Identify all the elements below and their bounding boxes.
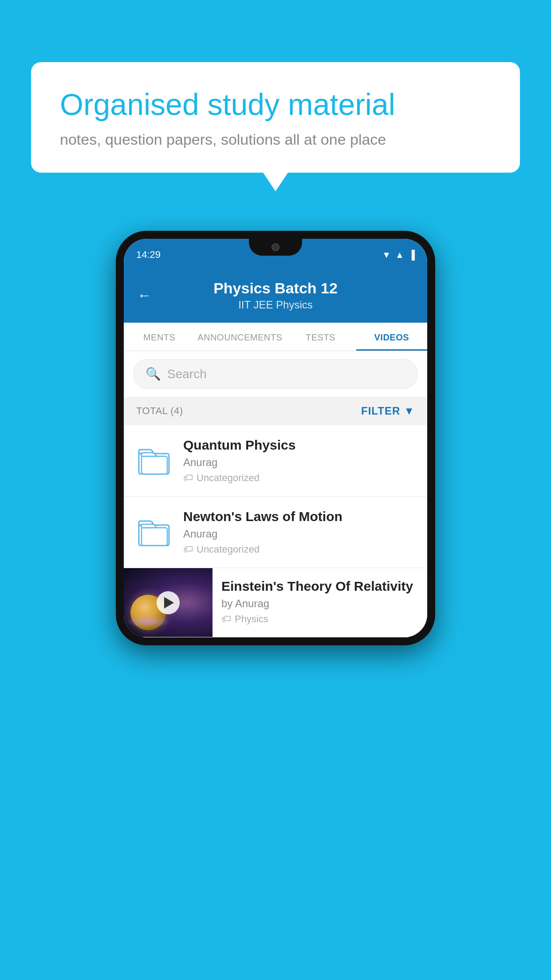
filter-label: FILTER [361,405,400,417]
batch-title: Physics Batch 12 [160,280,391,297]
speech-bubble-container: Organised study material notes, question… [31,62,520,173]
list-item[interactable]: Einstein's Theory Of Relativity by Anura… [124,568,427,637]
filter-icon: ▼ [404,405,415,417]
tab-announcements[interactable]: ANNOUNCEMENTS [195,323,285,351]
search-bar[interactable]: 🔍 Search [134,359,417,389]
list-item[interactable]: Newton's Laws of Motion Anurag 🏷 Uncateg… [124,497,427,568]
bubble-title: Organised study material [60,87,491,123]
header-title-area: Physics Batch 12 IIT JEE Physics [160,280,391,311]
tag-row-1: 🏷 Uncategorized [183,472,417,484]
tabs-bar: MENTS ANNOUNCEMENTS TESTS VIDEOS [124,323,427,351]
battery-icon: ▐ [409,250,415,260]
video-list: Quantum Physics Anurag 🏷 Uncategorized [124,425,427,637]
list-item[interactable]: Quantum Physics Anurag 🏷 Uncategorized [124,425,427,497]
search-container: 🔍 Search [124,351,427,397]
video-info-1: Quantum Physics Anurag 🏷 Uncategorized [183,438,417,484]
folder-icon-1 [138,447,170,475]
einstein-tag-label: Physics [235,613,268,625]
video-author-2: Anurag [183,528,417,540]
svg-rect-3 [142,528,167,545]
phone-frame: 14:29 ▼ ▲ ▐ ← Physics Batch 12 IIT JEE P… [116,231,435,645]
phone-notch [249,239,302,256]
play-button[interactable] [157,591,180,614]
svg-rect-1 [142,456,167,474]
einstein-author: by Anurag [221,597,418,610]
search-placeholder: Search [167,367,207,381]
app-header: ← Physics Batch 12 IIT JEE Physics [124,271,427,323]
video-info-2: Newton's Laws of Motion Anurag 🏷 Uncateg… [183,509,417,555]
tab-ments[interactable]: MENTS [124,323,195,351]
total-count: TOTAL (4) [136,405,183,417]
folder-thumbnail-1 [134,441,173,480]
video-title-1: Quantum Physics [183,438,417,453]
einstein-info: Einstein's Theory Of Relativity by Anura… [213,568,427,636]
filter-bar: TOTAL (4) FILTER ▼ [124,397,427,425]
tag-row-2: 🏷 Uncategorized [183,544,417,555]
status-time: 14:29 [136,249,161,261]
folder-thumbnail-2 [134,513,173,552]
back-button[interactable]: ← [137,287,151,304]
search-icon: 🔍 [146,367,161,381]
einstein-tag-icon: 🏷 [221,613,231,625]
batch-subtitle: IIT JEE Physics [160,299,391,311]
tag-label-2: Uncategorized [197,544,260,555]
einstein-tag-row: 🏷 Physics [221,613,418,625]
phone-body: 14:29 ▼ ▲ ▐ ← Physics Batch 12 IIT JEE P… [116,231,435,645]
bubble-subtitle: notes, question papers, solutions all at… [60,131,491,148]
wifi-icon: ▼ [382,250,391,260]
speech-bubble: Organised study material notes, question… [31,62,520,173]
tag-icon-2: 🏷 [183,544,193,555]
tag-icon-1: 🏷 [183,472,193,484]
phone-screen: 14:29 ▼ ▲ ▐ ← Physics Batch 12 IIT JEE P… [124,239,427,637]
tab-videos[interactable]: VIDEOS [356,323,427,351]
einstein-title: Einstein's Theory Of Relativity [221,579,418,594]
filter-button[interactable]: FILTER ▼ [361,405,415,417]
signal-icon: ▲ [395,250,404,260]
thumbnail-glow [126,615,170,628]
folder-icon-2 [138,518,170,547]
status-icons: ▼ ▲ ▐ [382,250,415,260]
tag-label-1: Uncategorized [197,472,260,484]
phone-camera [272,243,279,251]
video-title-2: Newton's Laws of Motion [183,509,417,524]
video-author-1: Anurag [183,456,417,469]
einstein-thumbnail [124,568,213,637]
play-icon [164,597,174,609]
tab-tests[interactable]: TESTS [285,323,356,351]
status-bar: 14:29 ▼ ▲ ▐ [124,239,427,271]
